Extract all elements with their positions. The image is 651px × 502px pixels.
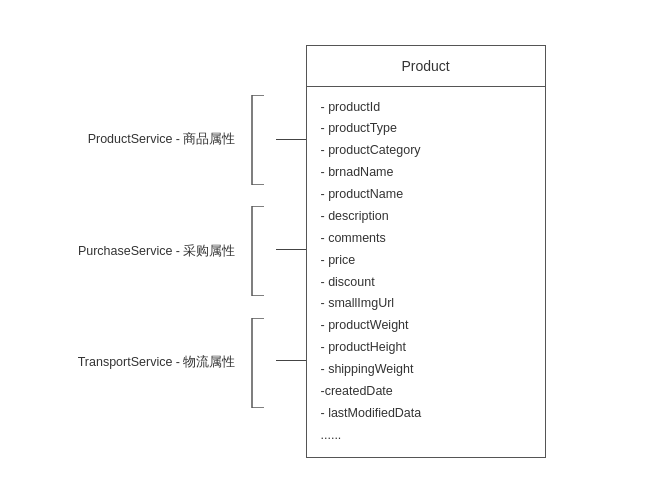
product-title: Product — [307, 46, 545, 87]
field-createdDate: -createdDate — [321, 381, 531, 403]
field-shippingWeight: - shippingWeight — [321, 359, 531, 381]
diagram: ProductService - 商品属性 PurchaseService - … — [36, 45, 616, 458]
transport-service-label: TransportService - 物流属性 — [78, 354, 236, 371]
service-item-transport: TransportService - 物流属性 — [36, 308, 236, 418]
field-lastModifiedData: - lastModifiedData — [321, 403, 531, 425]
line-product — [276, 139, 306, 140]
line-purchase — [276, 249, 306, 250]
field-productCategory: - productCategory — [321, 140, 531, 162]
field-description: - description — [321, 206, 531, 228]
bracket-product — [236, 85, 276, 195]
connector-lines — [276, 45, 306, 458]
field-productName: - productName — [321, 184, 531, 206]
bracket-purchase — [236, 196, 276, 306]
service-item-product: ProductService - 商品属性 — [36, 85, 236, 195]
field-ellipsis: ...... — [321, 425, 531, 447]
field-brnadName: - brnadName — [321, 162, 531, 184]
product-box: Product - productId - productType - prod… — [306, 45, 546, 458]
bracket-transport — [236, 308, 276, 418]
field-productHeight: - productHeight — [321, 337, 531, 359]
product-fields: - productId - productType - productCateg… — [307, 87, 545, 457]
line-transport — [276, 360, 306, 361]
brackets-column — [236, 45, 276, 458]
service-item-purchase: PurchaseService - 采购属性 — [36, 196, 236, 306]
field-price: - price — [321, 250, 531, 272]
field-discount: - discount — [321, 272, 531, 294]
product-service-label: ProductService - 商品属性 — [88, 131, 236, 148]
purchase-service-label: PurchaseService - 采购属性 — [78, 243, 236, 260]
services-column: ProductService - 商品属性 PurchaseService - … — [36, 45, 236, 458]
field-productWeight: - productWeight — [321, 315, 531, 337]
field-productType: - productType — [321, 118, 531, 140]
field-comments: - comments — [321, 228, 531, 250]
field-smallImgUrl: - smallImgUrl — [321, 293, 531, 315]
field-productId: - productId — [321, 97, 531, 119]
